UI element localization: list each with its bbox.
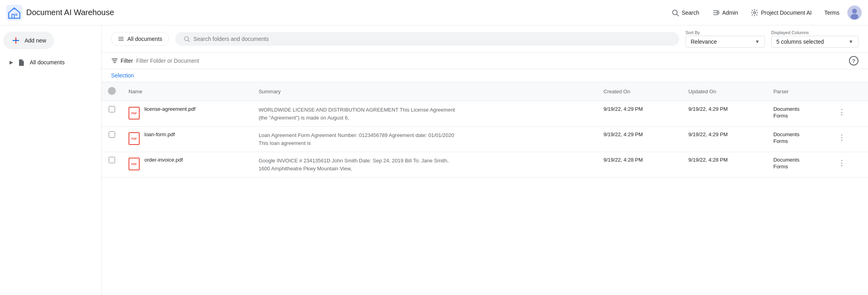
plus-icon — [11, 36, 21, 45]
col-updated-on[interactable]: Updated On — [682, 82, 767, 101]
filter-input[interactable] — [136, 58, 846, 64]
summary-text: WORLDWIDE LICENSE AND DISTRIBUTION AGREE… — [259, 106, 457, 121]
selection-row: Selection — [102, 69, 868, 82]
row-actions-cell: ⋮ — [830, 152, 868, 177]
col-checkbox — [102, 82, 122, 101]
table-row: PDF loan-form.pdf Loan Agreement Form Ag… — [102, 127, 868, 152]
col-actions — [830, 82, 868, 101]
col-summary[interactable]: Summary — [252, 82, 597, 101]
filter-label-group: Filter — [111, 57, 133, 64]
search-bar-icon — [183, 35, 190, 42]
search-input[interactable] — [194, 36, 671, 42]
search-bar[interactable] — [175, 32, 679, 46]
row-name-cell: PDF license-agreement.pdf — [122, 101, 252, 127]
sort-by-label: Sort By — [686, 30, 765, 35]
pdf-icon: PDF — [129, 132, 140, 145]
sort-by-select[interactable]: Relevance ▼ — [686, 36, 765, 48]
header: Document AI Warehouse Search Admin P — [0, 0, 868, 25]
parser-line2: Forms — [773, 138, 824, 144]
search-nav-item[interactable]: Search — [666, 6, 704, 20]
filter-icon — [111, 57, 118, 64]
sort-by-chevron: ▼ — [755, 39, 760, 44]
filename: license-agreement.pdf — [144, 106, 196, 112]
row-summary-cell: Loan Agreement Form Agreement Number: 01… — [252, 127, 597, 152]
search-nav-label: Search — [682, 10, 699, 16]
col-name[interactable]: Name — [122, 82, 252, 101]
all-documents-button[interactable]: All documents — [111, 32, 169, 46]
row-checkbox[interactable] — [109, 106, 115, 112]
updated-date: 9/19/22, 4:29 PM — [688, 106, 728, 112]
row-checkbox[interactable] — [109, 131, 115, 138]
svg-line-18 — [188, 40, 190, 42]
toolbar: All documents Sort By Relevance ▼ Displa… — [102, 25, 868, 53]
summary-text: Google INVOICE # 23413561D John Smith Da… — [259, 157, 457, 172]
add-new-label: Add new — [25, 37, 46, 44]
logo-icon — [6, 5, 22, 21]
row-summary-cell: WORLDWIDE LICENSE AND DISTRIBUTION AGREE… — [252, 101, 597, 127]
documents-table-container: Name Summary Created On Updated On Parse… — [102, 82, 868, 295]
row-checkbox[interactable] — [109, 157, 115, 163]
sort-by-value: Relevance — [691, 39, 717, 45]
documents-table: Name Summary Created On Updated On Parse… — [102, 82, 868, 177]
sidebar: Add new ▶ All documents — [0, 25, 102, 295]
sidebar-all-docs-label: All documents — [30, 59, 65, 66]
displayed-cols-select[interactable]: 5 columns selected ▼ — [771, 36, 858, 48]
selection-label[interactable]: Selection — [111, 72, 134, 79]
created-date: 9/19/22, 4:29 PM — [603, 131, 643, 137]
row-parser-cell: Documents Forms — [767, 152, 830, 177]
svg-point-8 — [754, 12, 756, 13]
help-icon[interactable]: ? — [849, 56, 858, 66]
pdf-label: PDF — [131, 137, 137, 140]
pdf-icon: PDF — [129, 158, 140, 170]
row-menu-button[interactable]: ⋮ — [837, 106, 862, 118]
parser-line2: Forms — [773, 113, 824, 119]
row-actions-cell: ⋮ — [830, 127, 868, 152]
row-created-cell: 9/19/22, 4:29 PM — [597, 101, 682, 127]
terms-nav-item[interactable]: Terms — [820, 6, 844, 19]
col-parser[interactable]: Parser — [767, 82, 830, 101]
row-created-cell: 9/19/22, 4:28 PM — [597, 152, 682, 177]
row-name-cell: PDF loan-form.pdf — [122, 127, 252, 152]
gear-icon — [751, 9, 759, 17]
filename: order-invoice.pdf — [144, 157, 183, 163]
row-menu-button[interactable]: ⋮ — [837, 131, 862, 143]
pdf-name-group: PDF order-invoice.pdf — [129, 157, 246, 170]
pdf-name-group: PDF license-agreement.pdf — [129, 106, 246, 120]
row-checkbox-cell — [102, 101, 122, 127]
parser-line2: Forms — [773, 164, 824, 170]
table-row: PDF order-invoice.pdf Google INVOICE # 2… — [102, 152, 868, 177]
svg-line-3 — [677, 14, 679, 16]
project-nav-item[interactable]: Project Document AI — [746, 6, 816, 20]
col-created-on[interactable]: Created On — [597, 82, 682, 101]
row-menu-button[interactable]: ⋮ — [837, 157, 862, 169]
document-icon — [18, 59, 25, 66]
updated-date: 9/19/22, 4:28 PM — [688, 157, 728, 163]
sidebar-item-all-documents[interactable]: ▶ All documents — [3, 56, 98, 69]
avatar-image — [847, 6, 862, 20]
updated-date: 9/19/22, 4:29 PM — [688, 131, 728, 137]
pdf-label: PDF — [131, 112, 137, 115]
table-header: Name Summary Created On Updated On Parse… — [102, 82, 868, 101]
expand-icon: ▶ — [10, 60, 13, 65]
row-summary-cell: Google INVOICE # 23413561D John Smith Da… — [252, 152, 597, 177]
main-content: All documents Sort By Relevance ▼ Displa… — [102, 25, 868, 295]
admin-icon — [712, 9, 720, 17]
sort-by-group: Sort By Relevance ▼ — [686, 30, 765, 48]
row-created-cell: 9/19/22, 4:29 PM — [597, 127, 682, 152]
row-parser-cell: Documents Forms — [767, 127, 830, 152]
select-all-checkbox[interactable] — [108, 87, 116, 95]
admin-nav-label: Admin — [722, 10, 738, 16]
header-nav: Search Admin Project Document AI Terms — [666, 6, 862, 20]
admin-nav-item[interactable]: Admin — [707, 6, 743, 20]
row-actions-cell: ⋮ — [830, 101, 868, 127]
row-checkbox-cell — [102, 127, 122, 152]
pdf-icon: PDF — [129, 107, 140, 120]
user-avatar[interactable] — [847, 6, 862, 20]
add-new-button[interactable]: Add new — [3, 32, 54, 49]
created-date: 9/19/22, 4:29 PM — [603, 106, 643, 112]
displayed-cols-chevron: ▼ — [849, 39, 853, 44]
row-parser-cell: Documents Forms — [767, 101, 830, 127]
row-updated-cell: 9/19/22, 4:29 PM — [682, 101, 767, 127]
summary-text: Loan Agreement Form Agreement Number: 01… — [259, 131, 457, 147]
parser-line1: Documents — [773, 157, 824, 163]
